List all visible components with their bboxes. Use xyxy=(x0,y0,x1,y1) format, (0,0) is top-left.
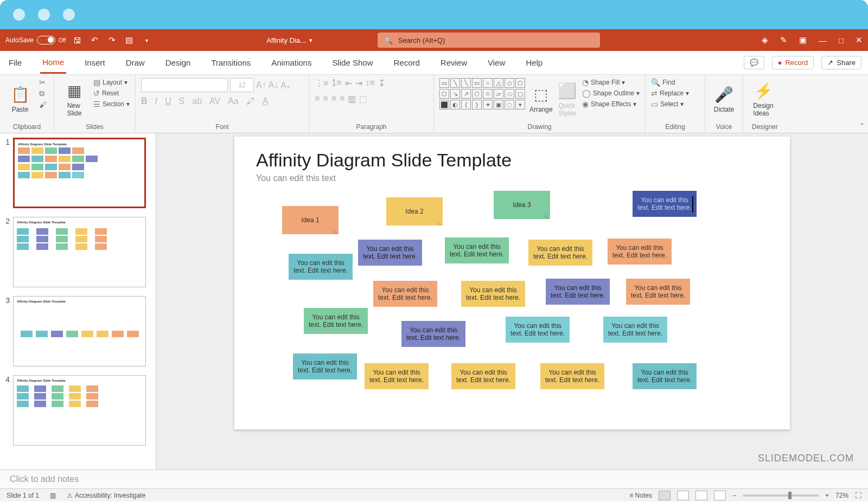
strike-button[interactable]: S xyxy=(179,96,185,106)
sticky-note[interactable]: You can edit this text. Edit text here. xyxy=(373,281,437,307)
notes-toggle[interactable]: ≡ Notes xyxy=(629,492,652,499)
tab-animations[interactable]: Animations xyxy=(269,53,314,73)
fit-to-window-button[interactable]: ⛶ xyxy=(855,492,861,499)
slide-thumbnail-4[interactable]: Affinity Diagram Slide Template xyxy=(13,375,146,446)
accessibility-status[interactable]: ⚠Accessibility: Investigate xyxy=(67,492,145,499)
traffic-light-minimize[interactable] xyxy=(38,9,50,21)
underline-button[interactable]: U xyxy=(165,96,171,106)
sticky-note[interactable]: You can edit this text. Edit text here. xyxy=(626,279,690,305)
sticky-note[interactable]: You can edit this text. Edit text here. xyxy=(401,321,465,347)
collapse-ribbon-icon[interactable]: ⌃ xyxy=(859,122,865,130)
slide-thumbnail-1[interactable]: Affinity Diagram Slide Template xyxy=(13,138,146,208)
sticky-note[interactable]: You can edit this text. Edit text here. xyxy=(608,239,672,265)
sticky-note[interactable]: You can edit this text. Edit text here. xyxy=(633,363,697,389)
align-center-button[interactable]: ≡ xyxy=(323,94,328,104)
layout-button[interactable]: ▤Layout ▾ xyxy=(93,78,130,87)
spacing-button[interactable]: AV xyxy=(209,96,220,106)
traffic-light-zoom[interactable] xyxy=(63,9,75,21)
language-icon[interactable]: ▥ xyxy=(50,492,56,499)
slide-thumbnail-2[interactable]: Affinity Diagram Slide Template xyxy=(13,217,146,287)
shape-effects-button[interactable]: ◉Shape Effects ▾ xyxy=(582,100,640,108)
sticky-note[interactable]: You can edit this text. Edit text here. xyxy=(289,254,353,280)
sticky-note[interactable]: You can edit this text. Edit text here. xyxy=(358,240,422,266)
tab-design[interactable]: Design xyxy=(163,53,193,73)
sticky-note[interactable]: You can edit this text. Edit text here. xyxy=(445,237,509,263)
shadow-button[interactable]: ab xyxy=(192,96,202,106)
sticky-note[interactable]: You can edit this text. Edit text here. xyxy=(546,279,610,305)
save-icon[interactable]: 🖫 xyxy=(71,34,83,46)
tab-help[interactable]: Help xyxy=(524,53,545,73)
highlight-button[interactable]: 🖍 xyxy=(246,96,255,106)
sticky-note[interactable]: Idea 3 xyxy=(494,191,550,219)
align-left-button[interactable]: ≡ xyxy=(315,94,320,104)
smartart-button[interactable]: ⬚ xyxy=(359,94,367,104)
sticky-note[interactable]: You can edit this text. Edit text here. xyxy=(461,281,525,307)
zoom-slider[interactable] xyxy=(743,494,819,497)
increase-font-icon[interactable]: A↑ xyxy=(256,80,266,90)
sticky-note[interactable]: You can edit this text. Edit text here. xyxy=(528,240,592,266)
indent-left-button[interactable]: ⇤ xyxy=(345,78,352,88)
diamond-icon[interactable]: ◈ xyxy=(762,35,768,45)
slide-editor[interactable]: Affinity Diagram Slide Template You can … xyxy=(156,133,868,469)
copy-button[interactable]: ⧉ xyxy=(39,89,47,98)
sticky-note[interactable]: Idea 1 xyxy=(282,206,339,234)
notes-pane[interactable]: Click to add notes xyxy=(0,469,868,488)
zoom-in-button[interactable]: + xyxy=(825,492,829,499)
italic-button[interactable]: I xyxy=(155,96,157,106)
shape-fill-button[interactable]: ◔Shape Fill ▾ xyxy=(582,78,640,87)
find-button[interactable]: 🔍Find xyxy=(651,78,689,87)
tab-view[interactable]: View xyxy=(486,53,507,73)
dictate-button[interactable]: 🎤Dictate xyxy=(711,78,737,120)
sticky-note[interactable]: You can edit this text. Edit text here. xyxy=(633,191,697,217)
numbering-button[interactable]: 1≡ xyxy=(331,78,341,88)
arrange-button[interactable]: ⬚Arrange xyxy=(529,78,553,120)
pen-icon[interactable]: ✎ xyxy=(780,35,787,45)
autosave-toggle[interactable]: AutoSave Off xyxy=(5,36,66,44)
sorter-view-button[interactable] xyxy=(677,491,689,500)
paste-button[interactable]: 📋Paste xyxy=(5,78,35,120)
font-color-button[interactable]: A xyxy=(263,96,269,106)
sticky-note[interactable]: You can edit this text. Edit text here. xyxy=(540,363,604,389)
tab-insert[interactable]: Insert xyxy=(82,53,107,73)
font-family-input[interactable] xyxy=(141,78,228,92)
present-icon[interactable]: ▤ xyxy=(123,34,135,46)
bullets-button[interactable]: ⋮≡ xyxy=(315,78,328,88)
sticky-note[interactable]: You can edit this text. Edit text here. xyxy=(304,308,368,334)
replace-button[interactable]: ⇄Replace ▾ xyxy=(651,89,689,98)
tab-draw[interactable]: Draw xyxy=(124,53,147,73)
slide-canvas[interactable]: Affinity Diagram Slide Template You can … xyxy=(234,137,790,429)
shape-outline-button[interactable]: ◯Shape Outline ▾ xyxy=(582,89,640,98)
line-spacing-button[interactable]: ↕≡ xyxy=(366,78,375,88)
redo-icon[interactable]: ↷ xyxy=(106,34,118,46)
tab-home[interactable]: Home xyxy=(40,52,66,74)
design-ideas-button[interactable]: ⚡Design Ideas xyxy=(749,78,778,120)
clear-format-icon[interactable]: Aₓ xyxy=(280,80,290,91)
slideshow-view-button[interactable] xyxy=(714,491,726,500)
font-size-input[interactable]: 12 xyxy=(230,78,254,92)
quick-styles-button[interactable]: ⬜Quick Styles xyxy=(557,78,578,120)
slide-subtitle[interactable]: You can edit this text xyxy=(256,173,336,183)
traffic-light-close[interactable] xyxy=(13,9,25,21)
align-right-button[interactable]: ≡ xyxy=(331,94,336,104)
tab-transitions[interactable]: Transitions xyxy=(209,53,253,73)
sticky-note[interactable]: You can edit this text. Edit text here. xyxy=(365,363,429,389)
tab-review[interactable]: Review xyxy=(438,53,469,73)
reset-button[interactable]: ↺Reset xyxy=(93,89,130,98)
select-button[interactable]: ▭Select ▾ xyxy=(651,100,689,108)
search-input[interactable]: 🔍 Search (Alt+Q) xyxy=(378,33,600,48)
slide-title[interactable]: Affinity Diagram Slide Template xyxy=(256,150,512,171)
indent-right-button[interactable]: ⇥ xyxy=(355,78,362,88)
decrease-font-icon[interactable]: A↓ xyxy=(269,80,279,90)
undo-icon[interactable]: ↶ xyxy=(88,34,100,46)
maximize-icon[interactable]: □ xyxy=(839,36,844,45)
ribbon-display-icon[interactable]: ▣ xyxy=(799,35,807,45)
text-direction-button[interactable]: ↧ xyxy=(378,78,385,88)
bold-button[interactable]: B xyxy=(141,96,148,106)
sticky-note[interactable]: Idea 2 xyxy=(386,197,443,226)
slide-thumbnails-pane[interactable]: 1 Affinity Diagram Slide Template 2 Affi… xyxy=(0,133,156,469)
document-title[interactable]: Affinity Dia... ▾ xyxy=(266,36,312,44)
sticky-note[interactable]: You can edit this text. Edit text here. xyxy=(293,353,357,379)
record-button[interactable]: ●Record xyxy=(772,56,814,69)
columns-button[interactable]: ▥ xyxy=(348,94,356,104)
tab-record[interactable]: Record xyxy=(391,53,422,73)
